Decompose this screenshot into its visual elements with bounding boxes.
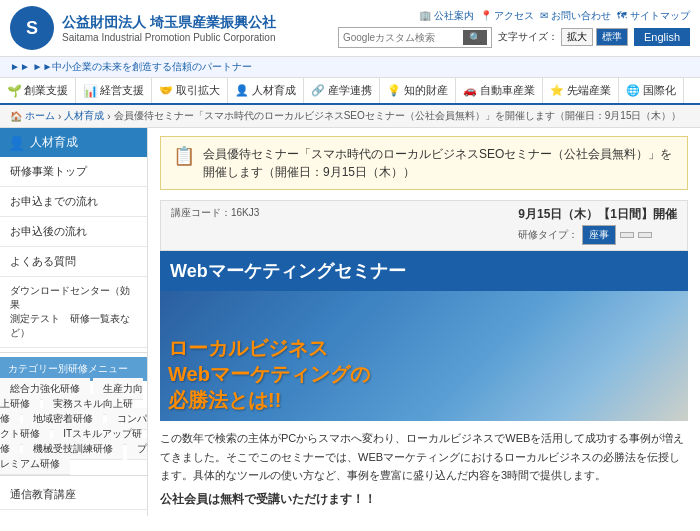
graph-icon: 📊	[83, 84, 97, 98]
seminar-title: Webマーケティングセミナー	[170, 259, 678, 283]
nav-item-intl[interactable]: 🌐 国際化	[619, 78, 684, 103]
sidebar-item-flow-after[interactable]: お申込後の流れ	[0, 217, 147, 247]
logo-main: 公益財団法人 埼玉県産業振興公社	[62, 14, 276, 32]
nav-item-trade[interactable]: 🤝 取引拡大	[152, 78, 228, 103]
seminar-type: 研修タイプ： 座事	[518, 225, 677, 245]
tagline-text: ►►中小企業の未来を創造する信頼のパートナー	[33, 61, 253, 72]
header-right: 🏢 公社案内 📍 アクセス ✉ お問い合わせ 🗺 サイトマップ 🔍 文字サイズ：…	[338, 9, 690, 48]
font-enlarge-button[interactable]: 拡大	[561, 28, 593, 46]
sidebar-item-faq[interactable]: よくある質問	[0, 247, 147, 277]
nav-label-startup: 創業支援	[24, 83, 68, 98]
nav-item-auto[interactable]: 🚗 自動車産業	[456, 78, 543, 103]
breadcrumb-page: 会員優待セミナー「スマホ時代のローカルビジネスSEOセミナー（公社会員無料）」を…	[114, 109, 682, 123]
nav-item-ip[interactable]: 💡 知的財産	[380, 78, 456, 103]
breadcrumb-sep1: ›	[58, 111, 61, 122]
nav-label-industry: 産学連携	[328, 83, 372, 98]
nav-item-industry[interactable]: 🔗 産学連携	[304, 78, 380, 103]
seminar-image: ローカルビジネスWebマーケティングの必勝法とは!!	[160, 291, 688, 421]
announcement-box: 📋 会員優待セミナー「スマホ時代のローカルビジネスSEOセミナー（公社会員無料）…	[160, 136, 688, 190]
nav-label-advanced: 先端産業	[567, 83, 611, 98]
sidebar-divider2	[0, 475, 147, 476]
search-input[interactable]	[343, 32, 463, 43]
seminar-free-notice: 公社会員は無料で受講いただけます！！	[160, 491, 688, 508]
tagline: ►► ►►中小企業の未来を創造する信頼のパートナー	[0, 57, 700, 78]
breadcrumb-home-link[interactable]: ホーム	[25, 109, 55, 123]
memo-icon: 📋	[173, 145, 195, 167]
seminar-description: この数年で検索の主体がPCからスマホへ変わり、ローカルビジネスでWEBを活用して…	[160, 429, 688, 485]
top-link-sitemap[interactable]: 🗺 サイトマップ	[617, 9, 690, 23]
search-button[interactable]: 🔍	[463, 30, 487, 45]
tagline-arrows: ►►	[10, 61, 33, 72]
breadcrumb-section-link[interactable]: 人材育成	[64, 109, 104, 123]
person-training-icon: 👤	[8, 135, 25, 151]
link-icon: 🔗	[311, 84, 325, 98]
sidebar-section-header: 👤 人材育成	[0, 128, 147, 157]
star-icon: ⭐	[550, 84, 564, 98]
seminar-type-label: 研修タイプ：	[518, 228, 578, 242]
main-content: 📋 会員優待セミナー「スマホ時代のローカルビジネスSEOセミナー（公社会員無料）…	[148, 128, 700, 516]
seminar-title-area: Webマーケティングセミナー	[160, 251, 688, 291]
top-links: 🏢 公社案内 📍 アクセス ✉ お問い合わせ 🗺 サイトマップ	[419, 9, 690, 23]
nav-item-management[interactable]: 📊 経営支援	[76, 78, 152, 103]
nav-item-hr[interactable]: 👤 人材育成	[228, 78, 304, 103]
logo-icon: S	[10, 6, 54, 50]
sidebar-item-download[interactable]: ダウンロードセンター（効果測定テスト 研修一覧表など）	[0, 277, 147, 348]
font-standard-button[interactable]: 標準	[596, 28, 628, 46]
font-size-control: 文字サイズ： 拡大 標準	[498, 28, 628, 46]
seminar-code: 講座コード：16KJ3	[171, 206, 259, 220]
logo-text: 公益財団法人 埼玉県産業振興公社 Saitama Industrial Prom…	[62, 14, 276, 43]
breadcrumb-home-icon: 🏠	[10, 111, 22, 122]
header: S 公益財団法人 埼玉県産業振興公社 Saitama Industrial Pr…	[0, 0, 700, 57]
content-area: 👤 人材育成 研修事業トップ お申込までの流れ お申込後の流れ よくある質問 ダ…	[0, 128, 700, 516]
sprout-icon: 🌱	[7, 84, 21, 98]
bulb-icon: 💡	[387, 84, 401, 98]
sidebar-section-title: 人材育成	[30, 134, 78, 151]
globe-icon: 🌐	[626, 84, 640, 98]
seminar-header: 講座コード：16KJ3 9月15日（木）【1日間】開催 研修タイプ： 座事	[160, 200, 688, 251]
seminar-type-box-2[interactable]	[620, 232, 634, 238]
seminar-image-area: ローカルビジネスWebマーケティングの必勝法とは!!	[160, 291, 688, 421]
logo-area: S 公益財団法人 埼玉県産業振興公社 Saitama Industrial Pr…	[10, 6, 276, 50]
nav-label-management: 経営支援	[100, 83, 144, 98]
announcement-text: 会員優待セミナー「スマホ時代のローカルビジネスSEOセミナー（公社会員無料）」を…	[203, 145, 675, 181]
sidebar-divider	[0, 352, 147, 353]
handshake-icon: 🤝	[159, 84, 173, 98]
nav-item-advanced[interactable]: ⭐ 先端産業	[543, 78, 619, 103]
sidebar-item-correspondence[interactable]: 通信教育講座	[0, 480, 147, 510]
sidebar-item-training-top[interactable]: 研修事業トップ	[0, 157, 147, 187]
nav-label-hr: 人材育成	[252, 83, 296, 98]
breadcrumb: 🏠 ホーム › 人材育成 › 会員優待セミナー「スマホ時代のローカルビジネスSE…	[0, 105, 700, 128]
main-nav: 🌱 創業支援 📊 経営支援 🤝 取引拡大 👤 人材育成 🔗 産学連携 💡 知的財…	[0, 78, 700, 105]
nav-label-ip: 知的財産	[404, 83, 448, 98]
top-link-access[interactable]: 📍 アクセス	[480, 9, 535, 23]
person-icon: 👤	[235, 84, 249, 98]
seminar-catch: ローカルビジネスWebマーケティングの必勝法とは!!	[168, 335, 370, 413]
logo-sub: Saitama Industrial Promotion Public Corp…	[62, 32, 276, 43]
nav-label-auto: 自動車産業	[480, 83, 535, 98]
seminar-date: 9月15日（木）【1日間】開催	[518, 206, 677, 223]
car-icon: 🚗	[463, 84, 477, 98]
english-button[interactable]: English	[634, 28, 690, 46]
top-link-contact[interactable]: ✉ お問い合わせ	[540, 9, 611, 23]
search-box: 🔍	[338, 27, 492, 48]
top-link-company[interactable]: 🏢 公社案内	[419, 9, 474, 23]
seminar-type-box-3[interactable]	[638, 232, 652, 238]
nav-label-intl: 国際化	[643, 83, 676, 98]
seminar-date-info: 9月15日（木）【1日間】開催 研修タイプ： 座事	[518, 206, 677, 245]
nav-label-trade: 取引拡大	[176, 83, 220, 98]
sidebar-item-flow-before[interactable]: お申込までの流れ	[0, 187, 147, 217]
seminar-type-box-1[interactable]: 座事	[582, 225, 616, 245]
font-size-label: 文字サイズ：	[498, 30, 558, 44]
search-row: 🔍 文字サイズ： 拡大 標準 English	[338, 27, 690, 48]
breadcrumb-sep2: ›	[107, 111, 110, 122]
nav-item-startup[interactable]: 🌱 創業支援	[0, 78, 76, 103]
sidebar: 👤 人材育成 研修事業トップ お申込までの流れ お申込後の流れ よくある質問 ダ…	[0, 128, 148, 516]
